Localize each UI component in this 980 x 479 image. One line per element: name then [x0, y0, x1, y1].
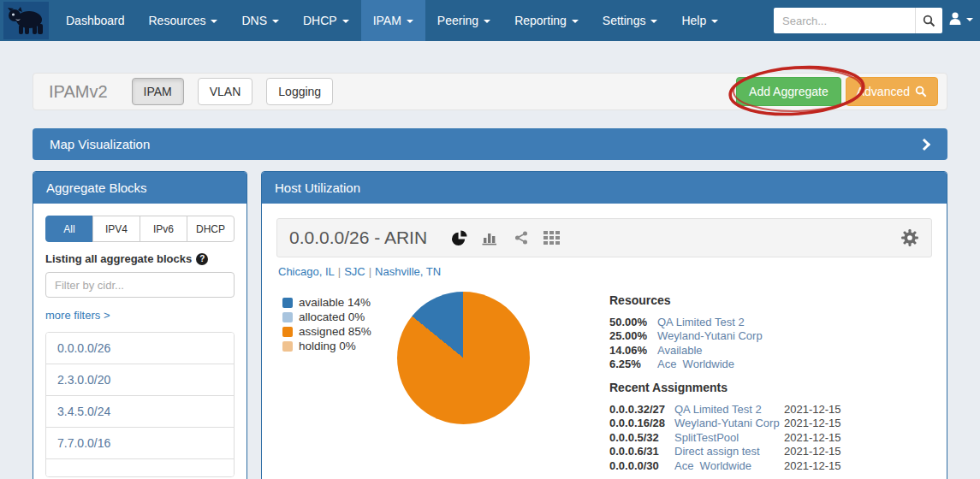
resources-section: Resources 50.00% QA Limited Test 2 25.00… — [609, 293, 858, 371]
bar-chart-icon[interactable] — [482, 231, 499, 245]
block-title: 0.0.0.0/26 - ARIN — [289, 228, 427, 248]
host-utilization-panel: Host Utilization 0.0.0.0/26 - ARIN — [261, 171, 947, 479]
nav-ipam[interactable]: IPAM — [361, 0, 425, 41]
nav-label: IPAM — [373, 14, 401, 27]
region-link[interactable]: Chicago, IL — [278, 265, 335, 278]
resource-link[interactable]: QA Limited Test 2 — [657, 316, 745, 329]
legend-item: assigned 85% — [282, 324, 371, 339]
listing-text: Listing all aggregate blocks — [45, 252, 192, 265]
resource-row: 50.00% QA Limited Test 2 — [609, 316, 858, 329]
search-input[interactable] — [774, 8, 915, 33]
resources-heading: Resources — [609, 293, 858, 307]
user-menu[interactable] — [948, 11, 973, 26]
caret-down-icon — [572, 20, 579, 23]
legend-swatch — [282, 327, 293, 337]
assignment-date: 2021-12-15 — [784, 403, 844, 417]
tab-all[interactable]: All — [45, 216, 93, 242]
legend-item: available 14% — [282, 295, 371, 310]
header-actions: Add Aggregate Advanced — [736, 77, 938, 106]
resource-pct: 50.00% — [609, 316, 657, 329]
gear-icon[interactable] — [900, 228, 919, 247]
nav-label: Peering — [437, 14, 478, 27]
assignment-link[interactable]: Weyland-Yutani Corp — [674, 417, 784, 430]
legend-item: allocated 0% — [282, 310, 371, 324]
nav-label: DHCP — [303, 14, 337, 27]
legend-swatch — [282, 341, 293, 352]
utilization-content: available 14% allocated 0% assigned 85% … — [276, 278, 932, 479]
map-visualization-toggle[interactable]: Map Visualization — [33, 128, 947, 160]
resource-pct: 14.06% — [609, 344, 657, 358]
view-tab-logging[interactable]: Logging — [266, 78, 333, 105]
assignment-link[interactable]: SplitTestPool — [674, 431, 784, 445]
nav-label: Help — [681, 14, 706, 27]
aggregate-blocks-body: All IPV4 IPv6 DHCP Listing all aggregate… — [33, 204, 246, 479]
list-item[interactable]: 2.3.0.0/20 — [46, 364, 234, 395]
nav-label: Settings — [603, 14, 646, 27]
nav-reporting[interactable]: Reporting — [502, 0, 591, 41]
brand-logo[interactable] — [3, 2, 49, 39]
assignment-row: 0.0.0.32/27 QA Limited Test 2 2021-12-15 — [609, 403, 844, 417]
nav-dhcp[interactable]: DHCP — [291, 0, 361, 41]
aggregate-blocks-title: Aggregate Blocks — [46, 180, 147, 195]
resource-pct: 6.25% — [609, 358, 657, 371]
recent-assignments-section: Recent Assignments 0.0.0.32/27 QA Limite… — [609, 381, 844, 473]
assignment-cidr: 0.0.0.32/27 — [609, 403, 674, 417]
view-tab-vlan[interactable]: VLAN — [198, 78, 253, 105]
separator: | — [335, 265, 344, 278]
nav-resources[interactable]: Resources — [137, 0, 230, 41]
host-utilization-body: 0.0.0.0/26 - ARIN — [262, 204, 947, 479]
resource-row: 25.00% Weyland-Yutani Corp — [609, 329, 858, 343]
nav-help[interactable]: Help — [669, 0, 730, 41]
legend-label: holding 0% — [299, 339, 356, 353]
ipam-page: { "navbar": { "items": [ {"label": "Dash… — [0, 0, 980, 479]
tab-dhcp[interactable]: DHCP — [187, 216, 235, 242]
resource-link[interactable]: Available — [657, 344, 703, 358]
pie-chart-icon[interactable] — [451, 230, 467, 246]
resource-link[interactable]: Weyland-Yutani Corp — [657, 329, 763, 343]
assignment-link[interactable]: Direct assign test — [674, 445, 784, 458]
list-item[interactable]: 7.7.0.0/16 — [46, 427, 234, 458]
more-filters-link[interactable]: more filters > — [45, 309, 110, 322]
view-tab-ipam[interactable]: IPAM — [132, 78, 184, 105]
region-link[interactable]: Nashville, TN — [375, 265, 441, 278]
add-aggregate-button[interactable]: Add Aggregate — [736, 77, 841, 106]
region-breadcrumb: Chicago, IL|SJC|Nashville, TN — [278, 265, 932, 278]
resource-pct: 25.00% — [609, 329, 657, 343]
aggregate-filter-tabs: All IPV4 IPv6 DHCP — [45, 216, 235, 242]
share-icon[interactable] — [514, 230, 529, 245]
caret-down-icon — [484, 20, 490, 23]
tab-ipv6[interactable]: IPv6 — [140, 216, 187, 242]
list-item[interactable]: 0.0.0.0/26 — [46, 333, 234, 364]
host-utilization-title: Host Utilization — [275, 180, 360, 195]
advanced-search-button[interactable]: Advanced — [846, 77, 938, 106]
tab-ipv4[interactable]: IPV4 — [92, 216, 140, 242]
nav-settings[interactable]: Settings — [591, 0, 670, 41]
listing-label: Listing all aggregate blocks ? — [45, 252, 235, 265]
region-link[interactable]: SJC — [344, 265, 365, 278]
cidr-filter-input[interactable] — [45, 272, 235, 298]
search-button[interactable] — [915, 8, 942, 33]
caret-down-icon — [342, 20, 349, 23]
resource-link[interactable]: Ace Worldwide — [657, 358, 734, 371]
assignment-link[interactable]: QA Limited Test 2 — [674, 403, 784, 417]
grid-icon[interactable] — [543, 231, 560, 245]
assignment-row: 0.0.0.5/32 SplitTestPool 2021-12-15 — [609, 431, 844, 445]
nav-peering[interactable]: Peering — [425, 0, 502, 41]
assignment-link[interactable]: Ace Worldwide — [674, 459, 784, 473]
assignment-date: 2021-12-15 — [784, 417, 844, 430]
host-utilization-header: Host Utilization — [262, 172, 947, 204]
list-item[interactable] — [46, 458, 234, 476]
nav-label: Reporting — [514, 14, 567, 27]
legend-label: allocated 0% — [299, 310, 365, 324]
list-item[interactable]: 3.4.5.0/24 — [46, 395, 234, 427]
nav-label: Dashboard — [66, 14, 125, 27]
assignment-date: 2021-12-15 — [784, 459, 844, 473]
caret-down-icon — [650, 20, 657, 23]
nav-dns[interactable]: DNS — [229, 0, 291, 41]
utilization-toolbar: 0.0.0.0/26 - ARIN — [276, 218, 932, 257]
caret-down-icon — [272, 20, 279, 23]
navbar-search — [774, 8, 942, 33]
help-icon[interactable]: ? — [196, 253, 208, 265]
nav-dashboard[interactable]: Dashboard — [54, 0, 137, 41]
assignment-date: 2021-12-15 — [784, 445, 844, 458]
